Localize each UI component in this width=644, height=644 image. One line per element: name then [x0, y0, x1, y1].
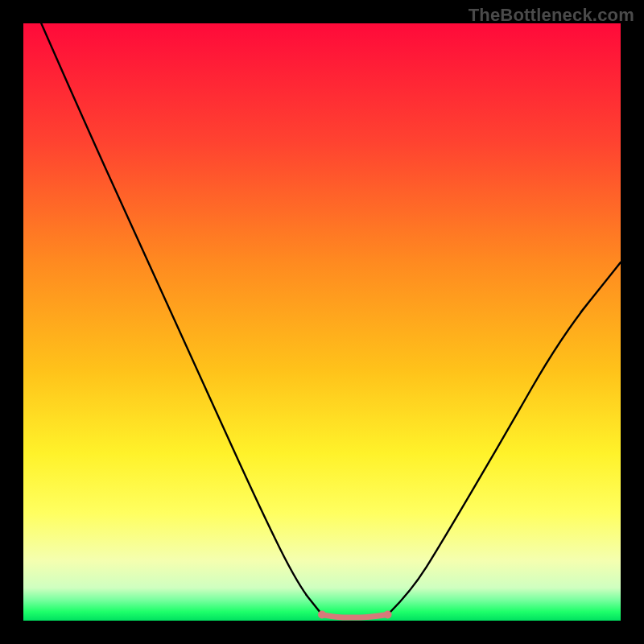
- curve-flat-bottom: [322, 615, 388, 618]
- gradient-background: [23, 23, 621, 621]
- bottleneck-curve-chart: [23, 23, 621, 621]
- bottom-marker-right: [384, 611, 392, 619]
- bottom-marker-left: [318, 611, 326, 619]
- plot-area: [23, 23, 621, 621]
- chart-frame: TheBottleneck.com: [0, 0, 644, 644]
- watermark-text: TheBottleneck.com: [469, 5, 634, 26]
